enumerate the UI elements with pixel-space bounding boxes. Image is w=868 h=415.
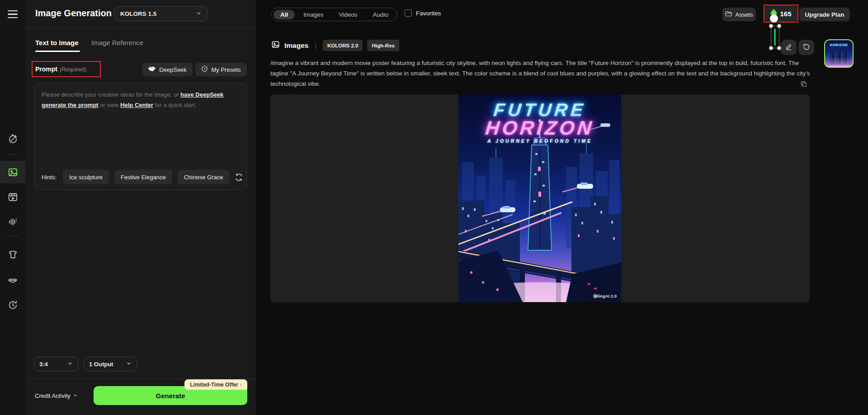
chevron-down-icon xyxy=(73,392,78,399)
annotation-cursor-dot xyxy=(770,14,778,23)
rail-divider xyxy=(6,236,19,236)
assets-button[interactable]: Assets xyxy=(722,8,756,21)
nav-rail xyxy=(0,0,25,415)
image-generation-icon xyxy=(8,167,18,177)
deepseek-button[interactable]: DeepSeek xyxy=(142,63,193,76)
lips-icon xyxy=(7,274,18,285)
credits-balance[interactable]: 165 xyxy=(764,5,797,22)
model-selector[interactable]: KOLORS 1.5 xyxy=(114,6,208,21)
edit-result-button[interactable] xyxy=(781,40,797,55)
hint-chip[interactable]: Festive Elegance xyxy=(114,170,172,184)
undo-icon xyxy=(802,43,810,52)
favorites-toggle[interactable]: Favorites xyxy=(405,9,441,17)
prompt-input[interactable]: Please describe your creative ideas for … xyxy=(34,83,247,190)
hint-chip[interactable]: Ice sculpture xyxy=(63,170,109,184)
result-header: Images | KOLORS 2.0 High-Res xyxy=(271,40,399,51)
annotation-handle xyxy=(777,46,781,50)
presets-bulb-icon xyxy=(201,65,208,74)
tab-image-reference[interactable]: Image Reference xyxy=(91,39,143,47)
my-presets-button[interactable]: My Presets xyxy=(195,63,247,76)
history-clock-icon xyxy=(8,300,18,310)
prompt-label: Prompt(Required) xyxy=(35,65,86,73)
divider xyxy=(25,27,256,28)
annotation-handle xyxy=(777,24,781,28)
aspect-ratio-select[interactable]: 3:4 xyxy=(34,357,78,371)
annotation-handle xyxy=(769,46,773,50)
filter-tab-images[interactable]: Images xyxy=(297,10,330,19)
tab-text-to-image[interactable]: Text to Image xyxy=(35,39,79,47)
help-center-link[interactable]: Help Center xyxy=(120,102,153,108)
menu-icon[interactable] xyxy=(8,10,18,18)
result-section-title: Images xyxy=(284,42,308,50)
limited-time-offer-badge[interactable]: Limited-Time Offer › xyxy=(184,379,247,390)
filter-tab-audio[interactable]: Audio xyxy=(366,10,396,19)
result-prompt-text: /imagine a vibrant and modern movie post… xyxy=(270,58,810,89)
chevron-down-icon xyxy=(67,361,73,368)
result-panel: FUTURE HORIZON A JOURNEY BEOFOND TIME Kl… xyxy=(270,94,810,302)
sidebar-item-audio[interactable] xyxy=(0,210,25,233)
model-badge: KOLORS 2.0 xyxy=(323,40,363,51)
result-thumbnail[interactable]: HORIZON xyxy=(824,39,854,68)
copy-icon[interactable] xyxy=(800,80,807,89)
images-section-icon xyxy=(271,40,280,51)
hints-label: Hints: xyxy=(42,174,57,181)
chevron-down-icon xyxy=(196,10,202,18)
thumbnail-title: HORIZON xyxy=(825,43,853,47)
favorites-checkbox[interactable] xyxy=(405,9,412,17)
upgrade-plan-button[interactable]: Upgrade Plan xyxy=(799,8,850,21)
output-count-select[interactable]: 1 Output xyxy=(84,357,137,371)
rail-divider xyxy=(6,154,19,155)
sidebar-item-ai-edit[interactable] xyxy=(0,127,25,150)
hint-chip[interactable]: Chinese Grace xyxy=(178,170,230,184)
sidebar-item-image-generation[interactable] xyxy=(0,161,25,183)
sidebar-item-history[interactable] xyxy=(0,294,25,316)
annotation-handle xyxy=(769,24,773,28)
app-root: Image Generation KOLORS 1.5 Text to Imag… xyxy=(0,0,868,415)
watermark: KlingAI 2.0 xyxy=(593,294,617,298)
refresh-hints-icon[interactable] xyxy=(235,173,243,182)
filter-tab-all[interactable]: All xyxy=(274,10,295,19)
deepseek-whale-icon xyxy=(148,66,156,73)
filter-tab-videos[interactable]: Videos xyxy=(332,10,364,19)
media-filter-tabs: All Images Videos Audio xyxy=(271,8,397,21)
sidebar-item-lip-sync[interactable] xyxy=(0,268,25,291)
shirt-icon xyxy=(8,249,18,260)
generated-image[interactable]: FUTURE HORIZON A JOURNEY BEOFOND TIME Kl… xyxy=(458,94,621,302)
prompt-placeholder: Please describe your creative ideas for … xyxy=(42,89,240,110)
separator: | xyxy=(315,42,316,49)
active-tab-underline xyxy=(35,51,80,52)
credit-activity-button[interactable]: Credit Activity xyxy=(35,392,78,399)
chevron-right-icon: › xyxy=(240,382,242,388)
regenerate-button[interactable] xyxy=(798,40,814,55)
generation-panel: Image Generation KOLORS 1.5 Text to Imag… xyxy=(25,0,256,415)
results-area: All Images Videos Audio Favorites Assets xyxy=(256,0,868,415)
audio-icon xyxy=(8,217,18,227)
folder-icon xyxy=(725,11,732,18)
hints-row: Hints: Ice sculpture Festive Elegance Ch… xyxy=(42,170,243,184)
quality-badge: High-Res xyxy=(367,40,399,51)
chevron-down-icon xyxy=(126,361,132,368)
annotation-drag-line xyxy=(774,28,776,46)
video-generation-icon xyxy=(8,192,18,202)
credits-count: 165 xyxy=(780,10,791,18)
ai-edit-icon xyxy=(8,134,18,144)
sidebar-item-virtual-tryon[interactable] xyxy=(0,243,25,266)
thumbnail-city-art xyxy=(830,52,850,64)
prompt-required-hint: (Required) xyxy=(60,66,86,73)
sidebar-item-video-generation[interactable] xyxy=(0,186,25,208)
page-title: Image Generation xyxy=(35,8,112,19)
poster-title-line2: HORIZON xyxy=(458,117,621,139)
poster-tagline: A JOURNEY BEOFOND TIME xyxy=(458,138,621,144)
pencil-icon xyxy=(785,43,793,52)
